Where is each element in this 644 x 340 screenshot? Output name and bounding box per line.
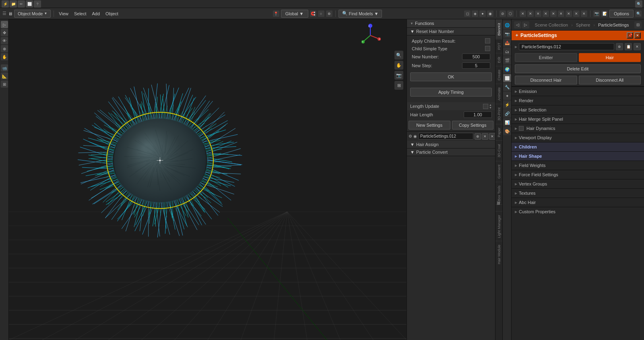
del8[interactable]: ✕	[573, 10, 580, 17]
particles-icon[interactable]: ✦	[503, 92, 511, 100]
view-btn[interactable]: View	[57, 10, 70, 17]
view-tool[interactable]: 👁	[1, 37, 8, 44]
render-props-icon[interactable]: 📷	[503, 30, 511, 38]
child-simple-checkbox[interactable]	[485, 46, 490, 51]
viewport-shading-4[interactable]: ◉	[487, 10, 493, 17]
object-mode-btn[interactable]: Object Mode ▼	[14, 10, 51, 18]
disconnect-all-btn[interactable]: Disconnect All	[579, 76, 641, 84]
animate-tab[interactable]: Animate	[495, 84, 502, 104]
gps-icon[interactable]: 📍	[273, 10, 279, 17]
del9[interactable]: ✕	[581, 10, 587, 17]
output-icon[interactable]: 📤	[503, 39, 511, 47]
boxtools-tab[interactable]: Box Tools	[495, 182, 502, 204]
physics-icon[interactable]: ⚡	[503, 101, 511, 109]
transform-icon[interactable]: ⊕	[326, 10, 332, 17]
grab-tool[interactable]: ✋	[1, 53, 8, 60]
length-arrow-up[interactable]: ▲	[489, 103, 492, 106]
garment-tab[interactable]: Garment	[495, 161, 502, 182]
del6[interactable]: ✕	[558, 10, 564, 17]
proportional-icon[interactable]: ○	[318, 10, 324, 17]
reset-hair-header[interactable]: ▼ Reset Hair Number	[407, 28, 495, 35]
header-menu-icon[interactable]: ☰	[2, 11, 6, 16]
help-menu[interactable]: ?	[34, 0, 41, 8]
del3[interactable]: ✕	[535, 10, 541, 17]
new-number-input[interactable]: 500	[462, 54, 490, 60]
pa-x[interactable]: ✕	[489, 133, 495, 140]
force-field-header[interactable]: ▶ Force Field Settings	[512, 170, 644, 179]
ps-close-btn[interactable]: ✕	[634, 32, 641, 39]
emission-header[interactable]: ▶ Emission	[512, 87, 644, 96]
blender-logo[interactable]: ⚡	[2, 0, 9, 8]
del1[interactable]: ✕	[520, 10, 526, 17]
file-menu[interactable]: 📁	[10, 0, 17, 8]
del2[interactable]: ✕	[527, 10, 534, 17]
del4[interactable]: ✕	[543, 10, 549, 17]
length-checkbox[interactable]	[483, 104, 488, 109]
vertex-groups-header[interactable]: ▶ Vertex Groups	[512, 179, 644, 188]
camera-tool[interactable]: 📹	[1, 64, 8, 72]
apply-timing-btn[interactable]: Apply Timing	[410, 88, 492, 97]
hair-selection-header[interactable]: ▶ Hair Selection	[512, 105, 644, 114]
particle-convert-header[interactable]: ▼ Particle Convert	[407, 148, 495, 156]
constraints-icon[interactable]: 🔗	[503, 109, 511, 117]
ps-browse-btn[interactable]: ⊕	[616, 43, 623, 50]
ok-btn[interactable]: OK	[410, 72, 492, 81]
viewport-display-header[interactable]: ▶ Viewport Display	[512, 133, 644, 142]
material-tab[interactable]: 材质库	[495, 204, 502, 211]
search-icon-right[interactable]: 🔍	[635, 10, 642, 17]
custom-properties-header[interactable]: ▶ Custom Properties	[512, 207, 644, 216]
hair-assign-header[interactable]: ▼ Hair Assign	[407, 141, 495, 148]
editor-icon[interactable]: 📝	[601, 10, 608, 17]
props-nav-back[interactable]: ◁	[514, 21, 521, 29]
material-icon[interactable]: 🎨	[503, 127, 511, 135]
disconnect-hair-btn[interactable]: Disconnect Hair	[515, 76, 577, 84]
search[interactable]: 🔍	[635, 0, 642, 8]
add-btn[interactable]: Add	[90, 10, 102, 17]
move-tool[interactable]: ✥	[1, 29, 8, 36]
render-header[interactable]: ▶ Render	[512, 96, 644, 105]
viewport-canvas[interactable]	[9, 19, 407, 340]
ps-x-btn[interactable]: ✕	[634, 43, 641, 50]
new-settings-btn[interactable]: New Settings	[409, 121, 450, 130]
world-icon[interactable]: 🌍	[503, 65, 511, 73]
hair-dynamics-checkbox[interactable]	[519, 126, 524, 131]
props-content[interactable]: ▶ ⊕ 📋 ✕ Emitter Hair Delete Edit Disconn…	[512, 40, 644, 340]
pdt-tab[interactable]: PDT	[495, 39, 502, 53]
options-btn[interactable]: Options	[609, 10, 634, 18]
viewport-shading-3[interactable]: ●	[479, 10, 486, 17]
snap-icon[interactable]: 🧲	[310, 10, 316, 17]
length-arrow-down[interactable]: ▼	[489, 106, 492, 109]
hair-length-input[interactable]	[464, 111, 492, 118]
props-filter[interactable]: ⊟	[634, 21, 642, 29]
copy-settings-btn[interactable]: Copy Settings	[452, 121, 494, 130]
viewport-shading-1[interactable]: ◻	[464, 10, 471, 17]
new-step-input[interactable]: 5	[462, 62, 490, 69]
functions-header[interactable]: ▼ Functions	[407, 19, 495, 28]
ps-name-input[interactable]	[519, 43, 614, 50]
edit-tab[interactable]: Edit	[495, 53, 502, 66]
cursor-tool[interactable]: ⊕	[1, 45, 8, 52]
render-icon[interactable]: 📷	[593, 10, 600, 17]
paper-tab[interactable]: Paper	[495, 124, 502, 140]
measure-tool[interactable]: 📐	[1, 72, 8, 80]
textures-header[interactable]: ▶ Textures	[512, 189, 644, 198]
scene-icon[interactable]: 🌐	[503, 21, 511, 29]
viewport[interactable]: Z X Y 🔍 ✋ 📷 ⊞	[9, 19, 407, 340]
ps-pin-btn[interactable]: 📌	[627, 32, 633, 39]
grid-tool[interactable]: ⊞	[1, 80, 8, 88]
hair-shape-header[interactable]: ▶ Hair Shape	[512, 152, 644, 161]
hair-btn[interactable]: Hair	[579, 53, 641, 62]
abc-hair-header[interactable]: ▶ Abc Hair	[512, 198, 644, 207]
modifier-icon[interactable]: 🔧	[503, 83, 511, 91]
pa-browse[interactable]: ⊕	[475, 133, 481, 140]
hair-dynamics-header[interactable]: ▶ Hair Dynamics	[512, 124, 644, 133]
create-tab[interactable]: Create	[495, 66, 502, 84]
del5[interactable]: ✕	[550, 10, 557, 17]
hair-merge-header[interactable]: ▶ Hair Merge Split Panel	[512, 115, 644, 124]
viewport-shading-2[interactable]: ◈	[472, 10, 478, 17]
emitter-btn[interactable]: Emitter	[515, 53, 577, 62]
blenderkit-tab[interactable]: BlenrKit	[495, 19, 502, 39]
object-btn[interactable]: Object	[103, 10, 120, 17]
3dcoat-tab[interactable]: 3D-Coat	[495, 140, 502, 161]
field-weights-header[interactable]: ▶ Field Weights	[512, 161, 644, 170]
